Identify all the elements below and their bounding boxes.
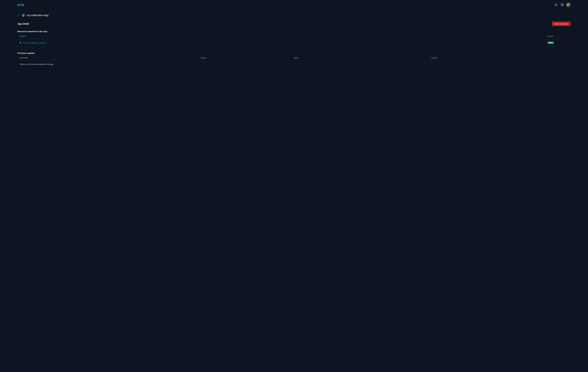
- header-actions: [554, 3, 571, 7]
- help-button[interactable]: [560, 3, 564, 7]
- functions-table: FUNCTIONS STATUS INPUT OUTPUT There are …: [17, 57, 571, 67]
- svg-point-4: [20, 42, 20, 43]
- resource-link[interactable]: meroxa_notifications_resource: [23, 42, 47, 44]
- resources-heading: Resources attached to this App: [17, 30, 571, 33]
- column-header-output: OUTPUT: [431, 57, 569, 59]
- resources-table: ACTIVITY STATUS meroxa_notifications_res…: [17, 35, 571, 46]
- chevron-left-icon: [18, 14, 20, 16]
- resources-table-header: ACTIVITY STATUS: [17, 35, 571, 39]
- help-icon: [561, 3, 564, 7]
- resource-cell: meroxa_notifications_resource: [19, 42, 547, 44]
- status-cell: Ready: [547, 42, 569, 44]
- section-header: App Detail Delete Application: [17, 22, 571, 26]
- column-header-activity: ACTIVITY: [19, 35, 547, 37]
- delete-application-button[interactable]: Delete Application: [552, 22, 571, 26]
- status-badge: Ready: [547, 42, 554, 44]
- notifications-button[interactable]: [554, 3, 558, 7]
- page-title: App Detail: [17, 22, 29, 25]
- logo[interactable]: [17, 3, 24, 6]
- user-avatar[interactable]: [566, 3, 571, 7]
- bell-icon: [555, 3, 557, 6]
- top-header: [0, 0, 588, 9]
- column-header-status: STATUS: [547, 35, 569, 37]
- app-title: my-notification-app: [27, 14, 48, 17]
- back-button[interactable]: [17, 14, 20, 17]
- column-header-input: INPUT: [294, 57, 431, 59]
- svg-point-0: [18, 4, 19, 6]
- column-header-status-fn: STATUS: [201, 57, 294, 59]
- svg-point-5: [21, 42, 21, 43]
- column-header-functions: FUNCTIONS: [19, 57, 201, 59]
- table-row: meroxa_notifications_resource Ready: [17, 39, 571, 46]
- postgres-icon: [19, 42, 22, 44]
- breadcrumb-row: my-notification-app: [17, 14, 571, 17]
- functions-empty-message: There are no Functions attached to this …: [17, 61, 571, 67]
- functions-heading: Functions applied: [17, 52, 571, 55]
- package-icon: [22, 14, 25, 17]
- main-content: my-notification-app App Detail Delete Ap…: [0, 9, 588, 78]
- functions-table-header: FUNCTIONS STATUS INPUT OUTPUT: [17, 57, 571, 61]
